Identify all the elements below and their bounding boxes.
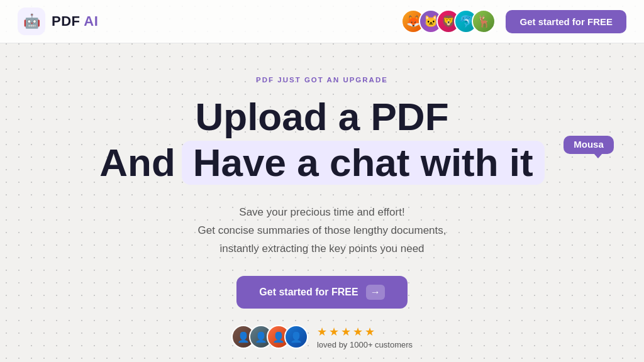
nav-right: 🦊 🐱 🦁 🐬 🦌 Get started for FREE xyxy=(401,9,626,33)
loved-text: loved by 1000+ customers xyxy=(317,340,413,349)
review-avatars: 👤 👤 👤 👤 xyxy=(231,325,308,349)
arrow-icon: → xyxy=(366,285,385,300)
star: ★ xyxy=(353,325,363,339)
hero-badge: PDF JUST GOT AN UPGRADE xyxy=(256,76,388,84)
star: ★ xyxy=(317,325,327,339)
hero-highlight-box: Have a chat with it Mousa xyxy=(182,141,545,184)
avatar: 🦌 xyxy=(472,9,496,33)
logo-icon: 🤖 xyxy=(18,8,45,35)
hero-subtitle-line1: Save your precious time and effort! xyxy=(239,206,404,218)
navbar: 🤖 PDF AI 🦊 🐱 🦁 🐬 🦌 Get started for FREE xyxy=(0,0,644,43)
mousa-bubble: Mousa xyxy=(564,136,614,154)
hero-title-line2: And Have a chat with it Mousa xyxy=(99,141,544,184)
hero-title-line1: Upload a PDF xyxy=(195,95,448,138)
avatar-group-nav: 🦊 🐱 🦁 🐬 🦌 xyxy=(401,9,496,33)
hero-subtitle: Save your precious time and effort! Get … xyxy=(198,204,447,258)
stars-wrap: ★ ★ ★ ★ ★ loved by 1000+ customers xyxy=(317,325,413,349)
hero-cta-label: Get started for FREE xyxy=(259,287,358,298)
hero-subtitle-line3: instantly extracting the key points you … xyxy=(219,243,424,255)
star: ★ xyxy=(365,325,375,339)
hero-subtitle-line2: Get concise summaries of those lengthy d… xyxy=(198,224,447,236)
review-avatar: 👤 xyxy=(284,325,308,349)
nav-cta-button[interactable]: Get started for FREE xyxy=(506,10,626,33)
logo-area: 🤖 PDF AI xyxy=(18,8,98,35)
star: ★ xyxy=(329,325,339,339)
hero-title-prefix: And xyxy=(99,141,175,184)
logo-text: PDF AI xyxy=(52,13,98,30)
stars: ★ ★ ★ ★ ★ xyxy=(317,325,375,339)
hero-highlight-text: Have a chat with it xyxy=(193,141,533,184)
hero-cta-button[interactable]: Get started for FREE → xyxy=(236,276,407,309)
social-proof: 👤 👤 👤 👤 ★ ★ ★ ★ ★ loved by 1000+ custome… xyxy=(231,325,413,349)
star: ★ xyxy=(341,325,351,339)
hero-section: PDF JUST GOT AN UPGRADE Upload a PDF And… xyxy=(0,43,644,349)
